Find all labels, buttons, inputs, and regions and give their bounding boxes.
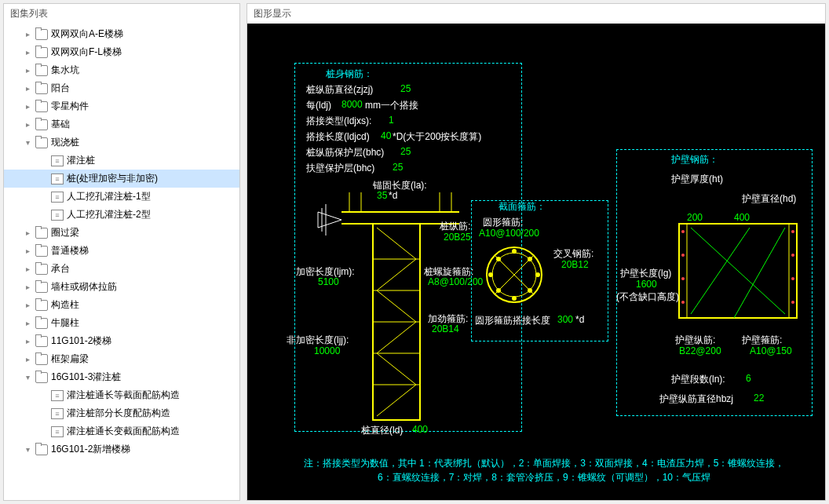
tree-item[interactable]: ▸牛腿柱	[4, 314, 239, 332]
tree-item[interactable]: ≡人工挖孔灌注桩-1型	[4, 188, 239, 206]
expand-arrow-icon: ▸	[26, 283, 35, 291]
tree-item[interactable]: ▸构造柱	[4, 296, 239, 314]
svg-point-28	[681, 254, 685, 257]
folder-icon	[35, 83, 48, 94]
tree-item-label: 16G101-3灌注桩	[51, 371, 121, 384]
tree-item[interactable]: ▸11G101-2楼梯	[4, 332, 239, 350]
tree-panel-title: 图集列表	[4, 4, 239, 24]
tree-item[interactable]: ▸双网双向A-E楼梯	[4, 25, 239, 43]
svg-point-31	[791, 230, 794, 233]
expand-arrow-icon: ▸	[26, 265, 35, 273]
folder-icon	[35, 282, 48, 293]
svg-point-29	[681, 277, 685, 280]
document-icon: ≡	[51, 210, 64, 221]
tree-item-label: 人工挖孔灌注桩-2型	[67, 208, 151, 221]
folder-icon	[35, 228, 48, 239]
tree-item-label: 牛腿柱	[51, 316, 79, 330]
viewer-panel-title: 图形显示	[247, 4, 825, 24]
tree-item-label: 桩(处理加密与非加密)	[67, 172, 158, 185]
expand-arrow-icon: ▸	[26, 102, 35, 111]
expand-arrow-icon: ▾	[26, 373, 35, 382]
expand-arrow-icon: ▾	[26, 445, 35, 454]
expand-arrow-icon: ▸	[26, 228, 35, 237]
tree-item[interactable]: ▾现浇桩	[4, 133, 239, 152]
expand-arrow-icon: ▸	[26, 301, 35, 309]
svg-point-23	[528, 288, 532, 293]
pile-title: 桩身钢筋：	[326, 68, 373, 81]
expand-arrow-icon: ▸	[26, 337, 35, 345]
tree-item-label: 灌注桩通长变截面配筋构造	[67, 425, 180, 438]
wall-title: 护壁钢筋：	[671, 153, 718, 166]
tree-item-label: 灌注桩通长等截面配筋构造	[67, 389, 180, 402]
svg-point-18	[488, 272, 493, 277]
svg-point-20	[496, 257, 501, 261]
svg-point-33	[791, 277, 794, 280]
tree-item-label: 框架扁梁	[51, 352, 89, 366]
footer-note: 注：搭接类型为数值，其中 1：代表绑扎（默认），2：单面焊接，3：双面焊接，4：…	[279, 456, 809, 484]
tree-item[interactable]: ▸承台	[4, 260, 239, 278]
expand-arrow-icon: ▸	[26, 84, 35, 93]
document-icon: ≡	[51, 155, 64, 166]
svg-point-30	[681, 301, 685, 304]
tree-item[interactable]: ≡人工挖孔灌注桩-2型	[4, 206, 239, 224]
tree: ▸双网双向A-E楼梯▸双网双向F-L楼梯▸集水坑▸阳台▸零星构件▸基础▾现浇桩≡…	[4, 24, 239, 500]
tree-item[interactable]: ≡桩(处理加密与非加密)	[4, 170, 239, 188]
folder-icon	[35, 372, 48, 383]
tree-item[interactable]: ▸基础	[4, 115, 239, 133]
tree-item[interactable]: ▸墙柱或砌体拉筋	[4, 278, 239, 296]
tree-item[interactable]: ▾16G101-3灌注桩	[4, 368, 239, 386]
tree-item[interactable]: ▸零星构件	[4, 97, 239, 115]
folder-icon	[35, 300, 48, 311]
expand-arrow-icon: ▸	[26, 30, 35, 38]
folder-icon	[35, 119, 48, 130]
folder-icon	[35, 47, 48, 58]
tree-item-label: 双网双向A-E楼梯	[51, 27, 123, 41]
tree-item[interactable]: ≡灌注桩	[4, 152, 239, 170]
cross-section-svg	[479, 239, 550, 310]
tree-item-label: 集水坑	[51, 64, 79, 77]
folder-icon	[35, 318, 48, 329]
tree-item-label: 人工挖孔灌注桩-1型	[67, 190, 151, 203]
tree-item-label: 灌注桩部分长度配筋构造	[67, 407, 170, 420]
tree-item[interactable]: ▸圈过梁	[4, 224, 239, 242]
svg-point-27	[681, 230, 685, 233]
svg-point-32	[791, 254, 794, 257]
expand-arrow-icon: ▸	[26, 120, 35, 129]
tree-item-label: 11G101-2楼梯	[51, 334, 111, 348]
tree-item-label: 16G101-2新增楼梯	[51, 443, 130, 456]
tree-item[interactable]: ≡灌注桩通长变截面配筋构造	[4, 422, 239, 440]
pile-elevation-svg	[302, 181, 475, 432]
svg-point-22	[496, 288, 501, 293]
tree-item-label: 灌注桩	[67, 154, 95, 167]
tree-item[interactable]: ▾16G101-2新增楼梯	[4, 440, 239, 458]
folder-icon	[35, 101, 48, 112]
expand-arrow-icon: ▸	[26, 355, 35, 363]
folder-icon	[35, 336, 48, 347]
expand-arrow-icon: ▸	[26, 319, 35, 327]
tree-item-label: 零星构件	[51, 100, 89, 113]
document-icon: ≡	[51, 426, 64, 437]
svg-point-19	[535, 272, 540, 277]
tree-item-label: 基础	[51, 118, 70, 131]
tree-item[interactable]: ≡灌注桩通长等截面配筋构造	[4, 386, 239, 404]
tree-item-label: 普通楼梯	[51, 244, 89, 257]
drawing-viewer[interactable]: 桩身钢筋： 桩纵筋直径(zjzj)25 每(ldj)8000 mm一个搭接 搭接…	[247, 24, 825, 500]
tree-item[interactable]: ▸普通楼梯	[4, 242, 239, 260]
tree-item-label: 圈过梁	[51, 226, 79, 239]
tree-item[interactable]: ▸框架扁梁	[4, 350, 239, 368]
folder-icon	[35, 444, 48, 455]
svg-point-34	[791, 301, 794, 304]
expand-arrow-icon: ▾	[26, 138, 35, 147]
tree-item[interactable]: ≡灌注桩部分长度配筋构造	[4, 404, 239, 422]
tree-item-label: 墙柱或砌体拉筋	[51, 280, 117, 294]
tree-item[interactable]: ▸阳台	[4, 79, 239, 97]
document-icon: ≡	[51, 390, 64, 401]
svg-point-17	[512, 296, 517, 301]
folder-icon	[35, 246, 48, 257]
tree-item[interactable]: ▸双网双向F-L楼梯	[4, 43, 239, 61]
document-icon: ≡	[51, 173, 64, 184]
wall-svg	[671, 220, 805, 330]
svg-point-21	[528, 257, 532, 261]
document-icon: ≡	[51, 192, 64, 203]
tree-item[interactable]: ▸集水坑	[4, 61, 239, 79]
